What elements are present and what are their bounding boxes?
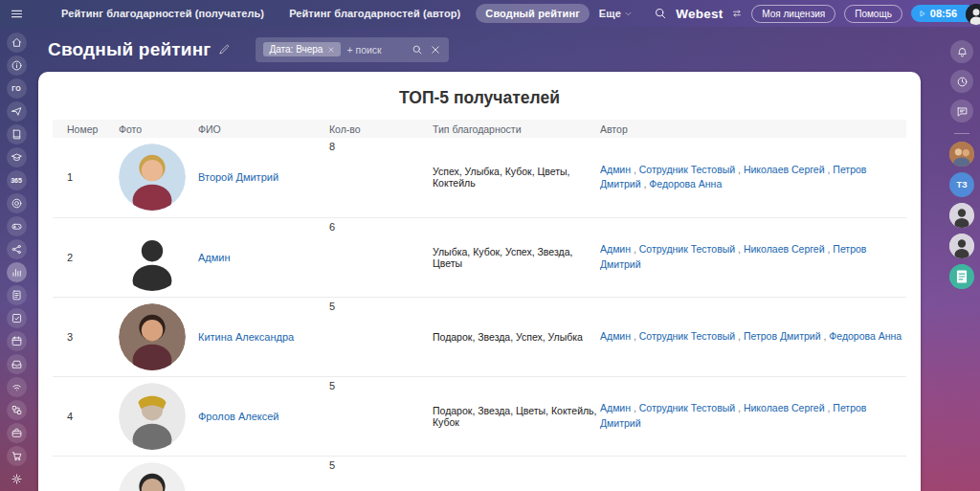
author-separator: , — [825, 402, 834, 413]
chat-avatar-2[interactable] — [949, 203, 974, 228]
row-photo[interactable] — [119, 224, 186, 291]
author-separator: , — [825, 164, 834, 175]
author-link[interactable]: Николаев Сергей — [744, 164, 825, 175]
menu-button[interactable] — [0, 7, 33, 21]
row-photo[interactable] — [119, 144, 186, 211]
sidebar-item-company[interactable] — [7, 423, 27, 443]
card-title: ТОП-5 получателей — [38, 88, 921, 108]
pencil-icon[interactable] — [218, 43, 231, 56]
tab-1[interactable]: Рейтинг благодарностей (автор) — [279, 4, 470, 23]
sidebar-item-market[interactable] — [7, 446, 27, 466]
history-button[interactable] — [950, 70, 973, 93]
timer-button[interactable]: 08:56 — [911, 5, 976, 22]
author-link[interactable]: Сотрудник Тестовый — [639, 243, 735, 255]
cell-photo — [117, 456, 196, 491]
cell-number — [53, 456, 117, 491]
cell-photo — [117, 217, 196, 297]
sidebar-item-365[interactable]: 365 — [7, 170, 27, 190]
chat-avatar-1[interactable]: ТЗ — [949, 172, 974, 197]
chat-avatar-3[interactable] — [949, 234, 974, 258]
divider — [954, 133, 969, 134]
cart-icon — [11, 450, 23, 462]
sidebar-item-settings[interactable] — [7, 469, 27, 489]
cell-count: 8 — [327, 138, 431, 217]
sidebar-item-education[interactable] — [7, 147, 27, 167]
row-photo[interactable] — [119, 462, 186, 491]
sidebar-item-go[interactable]: ГО — [7, 78, 27, 99]
filter-actions — [412, 44, 441, 56]
chip-close-icon[interactable] — [327, 46, 335, 54]
messenger-button[interactable] — [950, 100, 973, 123]
chat-avatar-0[interactable] — [949, 142, 974, 167]
search-icon[interactable] — [654, 7, 667, 20]
notifications-button[interactable] — [950, 40, 973, 63]
sidebar-item-drive[interactable] — [7, 354, 27, 374]
gamepad-icon — [11, 220, 23, 233]
sidebar-item-tasks[interactable] — [7, 308, 27, 328]
filter-bar[interactable]: Дата: Вчера — [256, 37, 449, 62]
author-link[interactable]: Николаев Сергей — [744, 243, 825, 255]
cell-authors: Админ , Сотрудник Тестовый , Петров Дмит… — [598, 297, 906, 376]
author-link[interactable]: Федорова Анна — [829, 330, 902, 342]
author-link[interactable]: Петров Дмитрий — [744, 330, 821, 342]
text-badge: 365 — [11, 177, 22, 184]
calendar-icon — [11, 335, 23, 347]
filter-search-icon[interactable] — [412, 44, 423, 56]
chat-avatar-4[interactable] — [949, 264, 974, 289]
table-row: 5 — [53, 456, 906, 491]
cell-name: Второй Дмитрий — [196, 138, 327, 217]
author-link[interactable]: Сотрудник Тестовый — [639, 330, 735, 342]
tasks-icon — [11, 312, 23, 324]
play-icon — [918, 10, 926, 18]
sidebar-item-news[interactable] — [7, 285, 27, 305]
filter-search-input[interactable] — [346, 44, 406, 56]
cell-count: 5 — [327, 376, 431, 456]
row-photo[interactable] — [119, 383, 186, 450]
filter-clear-icon[interactable] — [430, 44, 441, 56]
tab-more[interactable]: Еще — [590, 4, 642, 23]
author-link[interactable]: Админ — [600, 164, 631, 175]
right-sidebar: ТЗ — [944, 27, 980, 491]
cell-name — [196, 456, 327, 491]
row-photo[interactable] — [119, 303, 186, 370]
page-header: Сводный рейтинг Дата: Вчера — [38, 27, 921, 72]
switch-icon[interactable] — [731, 8, 743, 19]
sidebar-item-processes[interactable] — [7, 400, 27, 420]
ranking-table-wrap: НомерФотоФИОКол-воТип благодарностиАвтор… — [38, 120, 921, 491]
sidebar-item-knowledge[interactable] — [7, 124, 27, 145]
document-icon — [11, 289, 23, 301]
table-row: 4Фролов Алексей5Подарок, Звезда, Цветы, … — [53, 376, 906, 456]
author-link[interactable]: Сотрудник Тестовый — [639, 402, 735, 413]
topbar-right: Webest Моя лицензия Помощь 08:56 — [654, 5, 980, 23]
tab-2[interactable]: Сводный рейтинг — [476, 4, 589, 23]
main-area: Сводный рейтинг Дата: Вчера ТОП-5 получа… — [33, 27, 944, 491]
author-link[interactable]: Сотрудник Тестовый — [639, 164, 735, 175]
author-link[interactable]: Федорова Анна — [649, 178, 722, 190]
filter-chip[interactable]: Дата: Вчера — [263, 42, 341, 56]
recipient-link[interactable]: Китина Александра — [198, 331, 294, 343]
cell-number: 3 — [53, 297, 117, 376]
sidebar-item-dove[interactable] — [7, 101, 27, 122]
recipient-link[interactable]: Фролов Алексей — [198, 411, 279, 422]
help-button[interactable]: Помощь — [844, 5, 902, 23]
author-link[interactable]: Николаев Сергей — [744, 402, 825, 413]
sidebar-item-rating[interactable] — [7, 262, 27, 282]
brand-label[interactable]: Webest — [676, 7, 723, 21]
author-link[interactable]: Админ — [600, 243, 631, 255]
user-avatar[interactable] — [966, 4, 980, 25]
recipient-link[interactable]: Админ — [198, 252, 231, 263]
sidebar-item-feed[interactable] — [7, 56, 27, 76]
sidebar-item-calendar[interactable] — [7, 331, 27, 351]
sidebar-item-apps[interactable] — [7, 239, 27, 259]
license-button[interactable]: Моя лицензия — [751, 5, 835, 23]
recipient-link[interactable]: Второй Дмитрий — [198, 171, 278, 183]
sidebar-item-home[interactable] — [7, 33, 27, 53]
cell-types: Подарок, Звезда, Цветы, Коктейль, Кубок — [431, 376, 598, 456]
cell-authors — [598, 456, 906, 491]
sidebar-item-network[interactable] — [7, 377, 27, 397]
sidebar-item-games[interactable] — [7, 216, 27, 236]
author-link[interactable]: Админ — [600, 402, 631, 413]
sidebar-item-rewards[interactable] — [7, 193, 27, 213]
tab-0[interactable]: Рейтинг благодарностей (получатель) — [52, 4, 274, 23]
author-link[interactable]: Админ — [600, 330, 631, 342]
